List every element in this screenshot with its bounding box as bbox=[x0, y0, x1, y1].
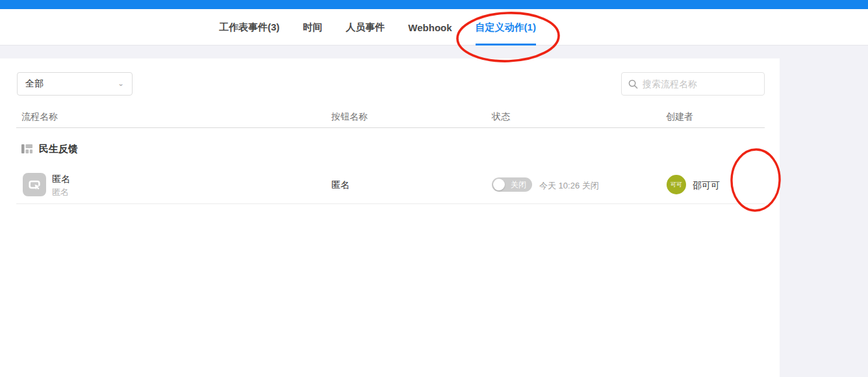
tab-webhook[interactable]: Webhook bbox=[408, 9, 452, 46]
custom-action-icon[interactable] bbox=[23, 173, 46, 196]
process-subtitle: 匿名 bbox=[52, 187, 69, 198]
toggle-label: 关闭 bbox=[511, 177, 526, 192]
chevron-down-icon: ⌄ bbox=[118, 80, 124, 87]
filter-dropdown[interactable]: 全部 ⌄ bbox=[17, 72, 133, 96]
tab-time[interactable]: 时间 bbox=[303, 9, 322, 46]
search-box[interactable] bbox=[621, 72, 765, 96]
header-status: 状态 bbox=[492, 111, 510, 123]
row-divider bbox=[16, 203, 765, 204]
button-click-icon bbox=[27, 177, 42, 192]
tab-custom-actions[interactable]: 自定义动作(1) bbox=[476, 9, 536, 46]
app-top-bar bbox=[0, 0, 868, 9]
tab-people-events[interactable]: 人员事件 bbox=[346, 9, 385, 46]
creator-name: 邵可可 bbox=[693, 180, 720, 192]
table-header-row: 流程名称 按钮名称 状态 创建者 bbox=[0, 111, 780, 128]
button-name-cell: 匿名 bbox=[331, 179, 350, 191]
header-process-name: 流程名称 bbox=[21, 111, 58, 123]
search-input[interactable] bbox=[643, 79, 760, 89]
toggle-knob bbox=[493, 179, 505, 190]
header-button-name: 按钮名称 bbox=[331, 111, 368, 123]
header-divider bbox=[16, 127, 765, 128]
search-icon bbox=[628, 79, 638, 89]
status-detail: 今天 10:26 关闭 bbox=[539, 180, 599, 192]
process-name[interactable]: 匿名 bbox=[52, 174, 70, 185]
creator-avatar-text: 可可 bbox=[670, 181, 682, 189]
group-name: 民生反馈 bbox=[39, 143, 78, 155]
tab-worksheet-events[interactable]: 工作表事件(3) bbox=[219, 9, 279, 46]
header-creator: 创建者 bbox=[666, 111, 693, 123]
tab-bar: 工作表事件(3) 时间 人员事件 Webhook 自定义动作(1) bbox=[0, 9, 868, 46]
tab-list: 工作表事件(3) 时间 人员事件 Webhook 自定义动作(1) bbox=[219, 9, 536, 46]
creator-avatar[interactable]: 可可 bbox=[667, 175, 686, 194]
content-panel: 全部 ⌄ 流程名称 按钮名称 状态 创建者 民生反馈 匿名 匿名 匿名 bbox=[0, 58, 780, 377]
status-toggle[interactable]: 关闭 bbox=[492, 177, 532, 192]
group-row[interactable]: 民生反馈 bbox=[21, 140, 78, 157]
filter-dropdown-value: 全部 bbox=[25, 78, 44, 90]
worksheet-icon bbox=[21, 144, 32, 153]
